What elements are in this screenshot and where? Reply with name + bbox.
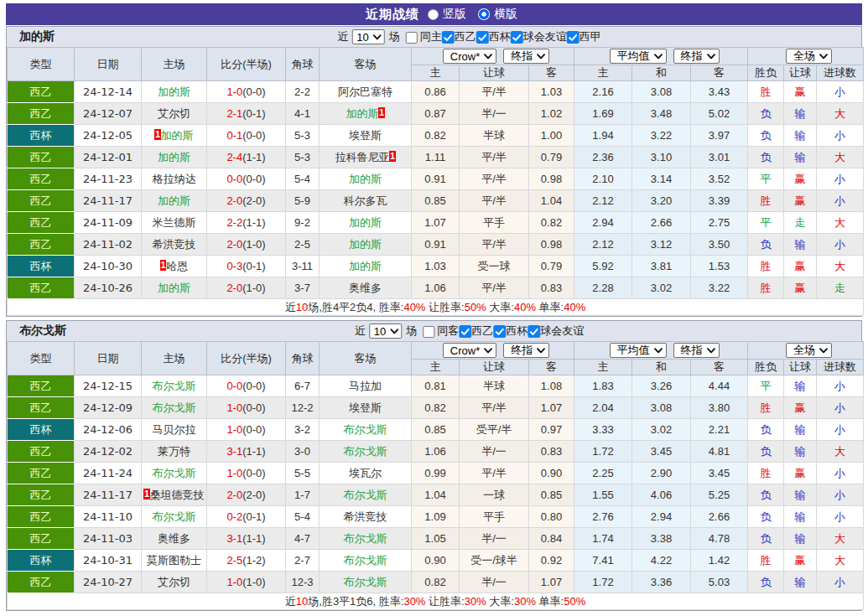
filter-checkbox-same-away[interactable]: 同客 [421, 324, 459, 339]
radio-horizontal-label: 横版 [494, 7, 517, 22]
home-team-cell[interactable]: 米兰德斯 [142, 212, 207, 234]
away-team-cell[interactable]: 希洪竞技 [320, 506, 412, 528]
away-team-cell[interactable]: 拉科鲁尼亚1 [320, 147, 412, 168]
filter-checkbox-same-home[interactable]: 同主 [404, 29, 442, 44]
away-team-cell[interactable]: 布尔戈斯 [320, 484, 412, 506]
checkbox-unchecked-icon[interactable] [406, 32, 418, 44]
checkbox-checked-icon[interactable] [476, 31, 489, 44]
home-team-cell[interactable]: 1桑坦德竞技 [142, 484, 207, 506]
filter-checkbox-cup[interactable]: 西杯 [476, 29, 511, 44]
home-team-cell[interactable]: 马贝尔拉 [142, 419, 207, 441]
home-team-cell[interactable]: 格拉纳达 [142, 168, 207, 190]
away-team-cell[interactable]: 埃登斯 [320, 397, 412, 419]
checkbox-checked-icon[interactable] [493, 325, 506, 338]
corner-cell: 3-7 [286, 277, 320, 299]
home-team-cell[interactable]: 布尔戈斯 [142, 506, 207, 528]
match-row: 西乙24-11-17加的斯2-0(2-0)5-9科尔多瓦0.85平/半1.042… [8, 190, 864, 212]
team-name-text: 加的斯 [158, 85, 190, 98]
away-team-cell[interactable]: 奥维多 [320, 277, 412, 299]
layout-radio-horizontal[interactable]: 横版 [478, 7, 517, 22]
home-team-cell[interactable]: 莱万特 [142, 441, 207, 463]
handicap-away-odds: 0.97 [529, 419, 574, 441]
away-team-cell[interactable]: 布尔戈斯 [320, 441, 412, 463]
away-team-cell[interactable]: 加的斯1 [320, 103, 412, 125]
filter-checkbox-league[interactable]: 西乙 [442, 29, 476, 44]
result-goals: 走 [817, 277, 864, 299]
home-team-cell[interactable]: 莫斯图勒士 [142, 550, 207, 572]
europe-time-select[interactable]: 终指 [673, 49, 720, 64]
radio-horizontal-icon[interactable] [478, 8, 490, 20]
match-type-cell: 西杯 [8, 419, 75, 441]
checkbox-checked-icon[interactable] [442, 31, 455, 44]
games-label: 场 [406, 324, 417, 339]
recent-count-select[interactable]: 10 [369, 324, 402, 339]
home-team-cell[interactable]: 布尔戈斯 [142, 375, 207, 397]
away-team-cell[interactable]: 加的斯 [320, 168, 412, 190]
team-name-text: 布尔戈斯 [344, 445, 387, 458]
away-team-cell[interactable]: 加的斯 [320, 256, 412, 277]
away-team-cell[interactable]: 布尔戈斯 [320, 550, 412, 572]
home-team-cell[interactable]: 1哈恩 [142, 256, 207, 277]
recent-count-select[interactable]: 10 [351, 29, 384, 44]
filter-checkbox-friendly[interactable]: 球会友谊 [528, 324, 584, 339]
scope-select[interactable]: 全场 [786, 49, 832, 64]
europe-home-odds: 2.12 [574, 234, 632, 256]
checkbox-checked-icon[interactable] [528, 325, 540, 338]
europe-away-odds: 3.39 [691, 190, 748, 212]
home-team-cell[interactable]: 布尔戈斯 [142, 463, 207, 484]
filter-checkbox-friendly[interactable]: 球会友谊 [511, 29, 567, 44]
away-team-cell[interactable]: 阿尔巴塞特 [320, 81, 412, 103]
away-team-cell[interactable]: 埃登斯 [320, 125, 412, 147]
scope-select[interactable]: 全场 [786, 343, 832, 358]
europe-source-select[interactable]: 平均值 [610, 49, 667, 64]
handicap-time-select[interactable]: 终指 [503, 343, 549, 358]
handicap-source-select[interactable]: Crow* [443, 49, 496, 64]
away-team-cell[interactable]: 马拉加 [320, 375, 412, 397]
home-team-cell[interactable]: 加的斯 [142, 277, 207, 299]
handicap-away-odds: 1.00 [529, 125, 574, 147]
home-team-cell[interactable]: 1加的斯 [142, 125, 207, 147]
handicap-line: 半球 [460, 125, 529, 147]
filter-checkbox-cup[interactable]: 西杯 [493, 324, 528, 339]
checkbox-checked-icon[interactable] [567, 31, 580, 44]
europe-time-select[interactable]: 终指 [673, 343, 720, 358]
red-card-badge: 1 [378, 107, 384, 118]
away-team-cell[interactable]: 加的斯 [320, 234, 412, 256]
home-team-cell[interactable]: 艾尔切 [142, 103, 207, 125]
home-team-cell[interactable]: 布尔戈斯 [142, 397, 207, 419]
summary-text: 近10场,胜4平2负4, 胜率:40% 让胜率:50% 大率:40% 单率:40… [8, 299, 864, 316]
europe-draw-odds: 3.38 [632, 528, 691, 550]
away-team-cell[interactable]: 布尔戈斯 [320, 419, 412, 441]
home-team-cell[interactable]: 奥维多 [142, 528, 207, 550]
result-goals: 小 [817, 506, 864, 528]
filter-checkbox-league[interactable]: 西乙 [459, 324, 493, 339]
home-team-cell[interactable]: 加的斯 [142, 147, 207, 168]
filter-checkbox-laliga[interactable]: 西甲 [567, 29, 601, 44]
corner-cell: 9-2 [286, 212, 320, 234]
handicap-time-select[interactable]: 终指 [503, 49, 549, 64]
away-team-cell[interactable]: 布尔戈斯 [320, 572, 412, 593]
europe-source-select[interactable]: 平均值 [610, 343, 667, 358]
away-team-cell[interactable]: 布尔戈斯 [320, 528, 412, 550]
away-team-cell[interactable]: 加的斯 [320, 212, 412, 234]
home-team-cell[interactable]: 加的斯 [142, 81, 207, 103]
score-cell: 0-0(0-0) [207, 375, 286, 397]
layout-radio-vertical[interactable]: 竖版 [428, 7, 466, 22]
result-wdl: 平 [748, 212, 784, 234]
away-team-cell[interactable]: 科尔多瓦 [320, 190, 412, 212]
filter-label: 西杯 [506, 324, 528, 337]
match-row: 西乙24-10-27艾尔切1-0(1-0)12-3布尔戈斯0.82半/一1.07… [8, 572, 864, 593]
home-team-cell[interactable]: 希洪竞技 [142, 234, 207, 256]
radio-vertical-icon[interactable] [428, 9, 439, 20]
home-team-cell[interactable]: 加的斯 [142, 190, 207, 212]
europe-home-odds: 5.92 [574, 256, 632, 277]
checkbox-unchecked-icon[interactable] [423, 326, 434, 338]
europe-home-odds: 2.16 [574, 81, 632, 103]
scope-select-value: 全场 [793, 49, 815, 64]
away-team-cell[interactable]: 埃瓦尔 [320, 463, 412, 484]
checkbox-checked-icon[interactable] [511, 31, 523, 44]
checkbox-checked-icon[interactable] [459, 325, 471, 338]
match-row: 西杯24-12-06马贝尔拉1-0(0-0)3-2布尔戈斯0.85受平/半0.9… [8, 419, 864, 441]
handicap-source-select[interactable]: Crow* [443, 343, 496, 358]
home-team-cell[interactable]: 艾尔切 [142, 572, 207, 593]
